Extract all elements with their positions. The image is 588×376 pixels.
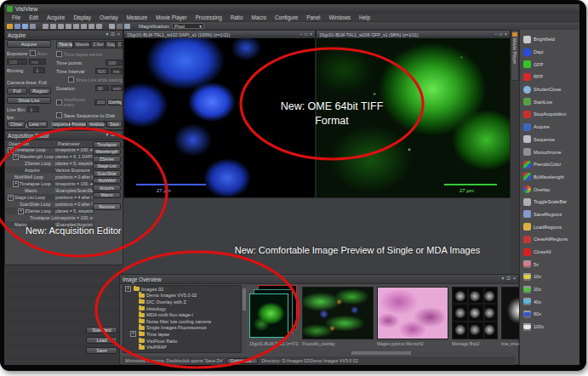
camera-full-button[interactable]: Full xyxy=(7,88,27,94)
acquire-bottom-tab[interactable]: Save xyxy=(106,121,123,128)
acquire-tab[interactable]: Z-Series xyxy=(90,41,105,48)
background-icon[interactable] xyxy=(117,24,123,29)
panel-menu-icon[interactable]: ▾ xyxy=(106,32,108,37)
editor-add-operation-button[interactable]: Acquire xyxy=(93,185,121,191)
live-bin-input[interactable]: 1 xyxy=(27,106,39,112)
folder-tree-item[interactable]: + Time lapse xyxy=(123,331,241,338)
tree-scrollbar[interactable] xyxy=(243,285,246,353)
acquire-tab[interactable]: Wavelength xyxy=(73,41,91,48)
open-icon[interactable] xyxy=(7,24,13,29)
folder-tree-item[interactable]: VisiFRAP xyxy=(123,344,241,350)
sidebar-item[interactable]: 10x xyxy=(520,271,579,283)
autofocus-config-button[interactable]: Config xyxy=(107,100,123,105)
time-interval-unit-select[interactable]: ms xyxy=(111,68,123,74)
camera-region-button[interactable]: Region xyxy=(29,88,51,94)
text-tool-icon[interactable] xyxy=(96,24,102,29)
sidebar-item[interactable]: StartLive xyxy=(520,95,579,108)
time-interval-input[interactable]: 600 xyxy=(95,68,109,74)
panel-close-icon[interactable]: × xyxy=(117,133,120,138)
menu-item[interactable]: Macro xyxy=(248,14,271,20)
expand-icon[interactable]: + xyxy=(13,181,19,187)
acquire-tab[interactable]: Stage xyxy=(105,41,116,48)
menu-item[interactable]: Display xyxy=(69,14,95,20)
autofocus-checkbox[interactable] xyxy=(56,100,62,105)
thumbnail-image-histology[interactable] xyxy=(377,287,448,339)
editor-remove-button[interactable]: Remove xyxy=(93,203,121,210)
menu-item[interactable]: Measure xyxy=(123,14,152,20)
polyline-roi-tool-icon[interactable] xyxy=(81,24,87,29)
folder-tree-item[interactable]: MDA multi fluo-stage-i xyxy=(123,311,241,318)
minimize-icon[interactable]: – xyxy=(494,32,497,37)
duration-unit-select[interactable]: min xyxy=(111,85,123,91)
sidebar-item[interactable]: 100x xyxy=(520,321,579,333)
less-button[interactable]: Less << xyxy=(27,121,48,128)
menu-item[interactable]: Acquire xyxy=(43,14,69,20)
menu-item[interactable]: Overlay xyxy=(95,14,123,20)
thumbnail[interactable]: Magen pylorus Mensch2 xyxy=(377,285,448,350)
expand-icon[interactable]: + xyxy=(8,195,14,201)
thumbnail-image-gfp-stack[interactable] xyxy=(249,293,288,338)
sidebar-item[interactable]: 20x xyxy=(520,283,579,296)
close-icon[interactable]: × xyxy=(505,32,507,37)
folder-tree-item[interactable]: Histology xyxy=(123,305,241,312)
acquisition-editor-header[interactable]: Acquisition Editor ▾ ⊡ × xyxy=(5,131,123,140)
acquire-bottom-tab[interactable]: Viewloop xyxy=(88,121,105,128)
panel-menu-icon[interactable]: ▾ xyxy=(106,133,108,138)
panel-float-icon[interactable]: ⊡ xyxy=(506,276,511,282)
menu-item[interactable]: Configure xyxy=(271,14,302,20)
save-icon[interactable] xyxy=(14,24,20,29)
thumbnail-scrollbar[interactable] xyxy=(249,351,517,355)
movie-player-tab[interactable]: Movie Player xyxy=(511,30,519,81)
sidebar-item[interactable]: RFP xyxy=(520,71,579,83)
editor-add-operation-button[interactable]: MultiWell xyxy=(93,178,121,185)
sidebar-item[interactable]: StopAcquisition xyxy=(520,108,579,121)
ellipse-roi-tool-icon[interactable] xyxy=(73,24,79,29)
menu-item[interactable]: Help xyxy=(355,14,374,20)
sidebar-item[interactable]: Overlay xyxy=(520,183,579,196)
image-overview-header[interactable]: Image Overview ▾ ⊡ × xyxy=(120,275,518,284)
minimize-icon[interactable]: – xyxy=(300,32,302,37)
maximize-icon[interactable]: □ xyxy=(500,32,502,37)
sidebar-item[interactable]: 5x xyxy=(520,258,579,271)
exposure-input[interactable]: 100 xyxy=(7,59,27,65)
pointer-tool-icon[interactable] xyxy=(43,24,49,29)
close-icon[interactable]: × xyxy=(310,32,312,37)
acquire-tab[interactable]: C xyxy=(116,41,123,48)
thumbnail-image-montage[interactable] xyxy=(452,287,498,339)
show-live-button[interactable]: Show Live xyxy=(7,97,51,104)
thumbnail-image-fluocells[interactable] xyxy=(302,287,374,339)
show-live-waiting-checkbox[interactable] xyxy=(68,77,74,83)
rectangle-roi-tool-icon[interactable] xyxy=(58,24,64,29)
binning-input[interactable]: 1 xyxy=(33,67,45,73)
acquisition-editor-row[interactable]: +Timelapse Loop timepoints = 100, every … xyxy=(6,180,94,187)
refresh-icon[interactable] xyxy=(124,24,130,29)
preset-button[interactable]: Save xyxy=(86,347,117,354)
folder-tree-item[interactable]: Single Images Fluorescence xyxy=(123,325,241,332)
zoom-region-tool-icon[interactable] xyxy=(50,24,56,29)
preset-button[interactable]: Load xyxy=(86,337,117,344)
menu-item[interactable]: Panel xyxy=(302,14,324,20)
auto-exposure-checkbox[interactable] xyxy=(30,50,36,56)
menu-item[interactable]: Windows xyxy=(324,14,355,20)
menu-item[interactable]: Ratio xyxy=(226,14,248,20)
expand-icon[interactable]: + xyxy=(13,154,19,160)
line-roi-tool-icon[interactable] xyxy=(66,24,71,29)
menu-item[interactable]: Processing xyxy=(191,14,226,20)
folder-tree-item[interactable]: Demo Images VV5.0 02 xyxy=(123,293,241,299)
thumbnail-stack[interactable]: 15gc01-BLM-TAL1 (z=7/11) xyxy=(249,285,299,350)
acquisition-editor-row[interactable]: ScanSlide Loop positions = 0 after 0 ms xyxy=(6,201,94,208)
acquire-bottom-tab[interactable]: Preview xyxy=(71,121,87,128)
sidebar-item[interactable]: Brightfield xyxy=(520,33,579,46)
menu-item[interactable]: Movie Player xyxy=(151,14,191,20)
panel-close-icon[interactable]: × xyxy=(117,32,120,37)
editor-add-operation-button[interactable]: Stage List xyxy=(93,163,121,170)
sidebar-item[interactable]: Acquire xyxy=(520,121,579,134)
expand-icon[interactable]: + xyxy=(8,147,14,153)
thumbnail[interactable]: Fluocells_overlay xyxy=(302,285,374,350)
sidebar-item[interactable]: Monochrome xyxy=(520,145,579,158)
sidebar-item[interactable]: SaveRegions xyxy=(520,208,579,221)
expand-icon[interactable]: + xyxy=(18,208,24,214)
sidebar-item[interactable]: PseudoColor xyxy=(520,158,579,171)
sidebar-item[interactable]: 60x xyxy=(520,308,579,321)
panel-float-icon[interactable]: ⊡ xyxy=(111,133,115,138)
